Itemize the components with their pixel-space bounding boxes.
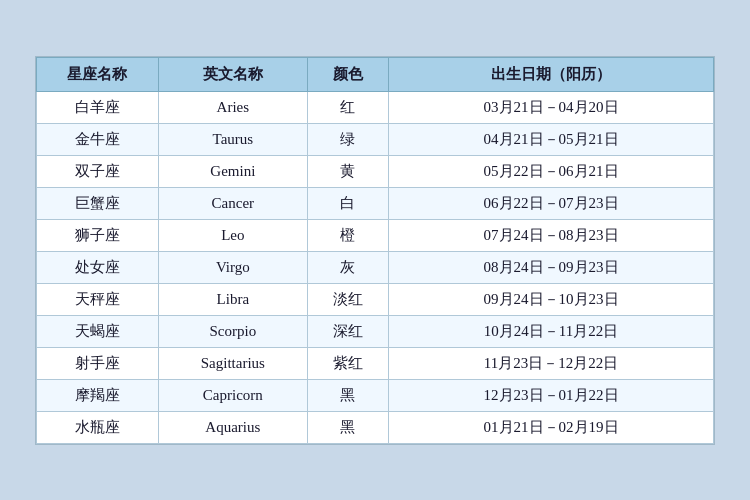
table-row: 双子座Gemini黄05月22日－06月21日 (37, 155, 714, 187)
table-row: 天蝎座Scorpio深红10月24日－11月22日 (37, 315, 714, 347)
cell-date: 03月21日－04月20日 (389, 91, 714, 123)
table-row: 处女座Virgo灰08月24日－09月23日 (37, 251, 714, 283)
cell-date: 09月24日－10月23日 (389, 283, 714, 315)
cell-chinese: 双子座 (37, 155, 159, 187)
table-header-row: 星座名称 英文名称 颜色 出生日期（阳历） (37, 57, 714, 91)
cell-chinese: 天秤座 (37, 283, 159, 315)
cell-english: Scorpio (158, 315, 307, 347)
cell-english: Aries (158, 91, 307, 123)
cell-color: 黑 (307, 411, 388, 443)
header-chinese: 星座名称 (37, 57, 159, 91)
header-color: 颜色 (307, 57, 388, 91)
table-row: 射手座Sagittarius紫红11月23日－12月22日 (37, 347, 714, 379)
cell-chinese: 狮子座 (37, 219, 159, 251)
cell-english: Cancer (158, 187, 307, 219)
cell-chinese: 摩羯座 (37, 379, 159, 411)
cell-english: Capricorn (158, 379, 307, 411)
cell-chinese: 天蝎座 (37, 315, 159, 347)
zodiac-table: 星座名称 英文名称 颜色 出生日期（阳历） 白羊座Aries红03月21日－04… (36, 57, 714, 444)
cell-color: 紫红 (307, 347, 388, 379)
cell-english: Taurus (158, 123, 307, 155)
cell-english: Gemini (158, 155, 307, 187)
cell-date: 05月22日－06月21日 (389, 155, 714, 187)
cell-chinese: 巨蟹座 (37, 187, 159, 219)
cell-color: 橙 (307, 219, 388, 251)
table-row: 金牛座Taurus绿04月21日－05月21日 (37, 123, 714, 155)
table-row: 摩羯座Capricorn黑12月23日－01月22日 (37, 379, 714, 411)
cell-date: 07月24日－08月23日 (389, 219, 714, 251)
table-row: 天秤座Libra淡红09月24日－10月23日 (37, 283, 714, 315)
table-row: 巨蟹座Cancer白06月22日－07月23日 (37, 187, 714, 219)
cell-chinese: 处女座 (37, 251, 159, 283)
zodiac-table-container: 星座名称 英文名称 颜色 出生日期（阳历） 白羊座Aries红03月21日－04… (35, 56, 715, 445)
table-row: 水瓶座Aquarius黑01月21日－02月19日 (37, 411, 714, 443)
cell-chinese: 白羊座 (37, 91, 159, 123)
cell-date: 06月22日－07月23日 (389, 187, 714, 219)
cell-date: 08月24日－09月23日 (389, 251, 714, 283)
cell-chinese: 水瓶座 (37, 411, 159, 443)
cell-color: 黑 (307, 379, 388, 411)
cell-english: Sagittarius (158, 347, 307, 379)
cell-date: 10月24日－11月22日 (389, 315, 714, 347)
cell-color: 淡红 (307, 283, 388, 315)
cell-chinese: 射手座 (37, 347, 159, 379)
cell-english: Aquarius (158, 411, 307, 443)
cell-color: 白 (307, 187, 388, 219)
cell-date: 12月23日－01月22日 (389, 379, 714, 411)
cell-date: 11月23日－12月22日 (389, 347, 714, 379)
cell-color: 深红 (307, 315, 388, 347)
cell-date: 01月21日－02月19日 (389, 411, 714, 443)
header-english: 英文名称 (158, 57, 307, 91)
cell-english: Libra (158, 283, 307, 315)
table-body: 白羊座Aries红03月21日－04月20日金牛座Taurus绿04月21日－0… (37, 91, 714, 443)
cell-date: 04月21日－05月21日 (389, 123, 714, 155)
header-date: 出生日期（阳历） (389, 57, 714, 91)
cell-color: 黄 (307, 155, 388, 187)
cell-english: Leo (158, 219, 307, 251)
table-row: 狮子座Leo橙07月24日－08月23日 (37, 219, 714, 251)
cell-color: 灰 (307, 251, 388, 283)
cell-english: Virgo (158, 251, 307, 283)
table-row: 白羊座Aries红03月21日－04月20日 (37, 91, 714, 123)
cell-chinese: 金牛座 (37, 123, 159, 155)
cell-color: 绿 (307, 123, 388, 155)
cell-color: 红 (307, 91, 388, 123)
